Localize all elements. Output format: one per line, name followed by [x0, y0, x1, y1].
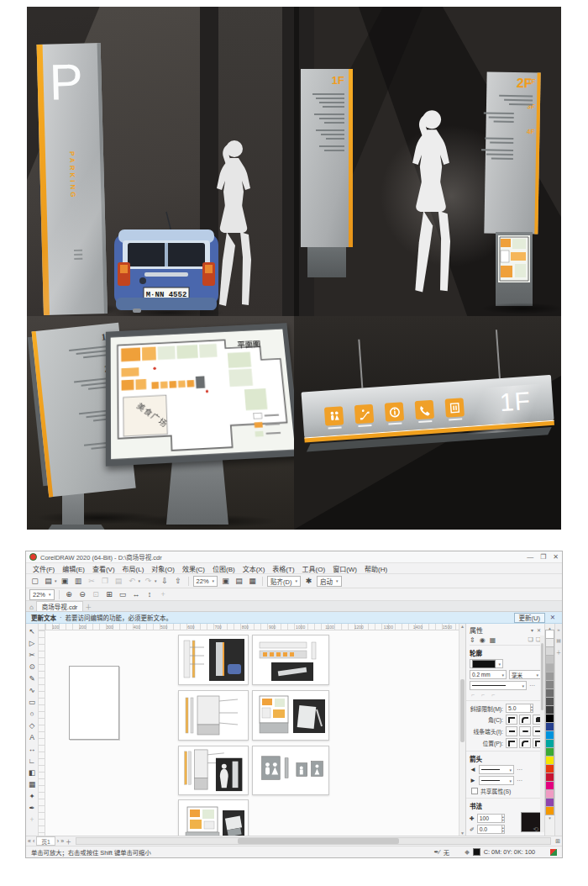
zoom-all-objects-icon[interactable]: ⊞ [104, 589, 115, 600]
minimize-button[interactable]: — [527, 553, 533, 561]
zoom-width-icon[interactable]: ↔ [131, 589, 142, 600]
next-page-button[interactable]: › [57, 838, 59, 844]
dropdown-caret-icon[interactable]: ▾ [155, 578, 157, 583]
line-style-more-button[interactable]: ⋯ [529, 683, 536, 689]
zoom-height-icon[interactable]: ↕ [144, 589, 155, 600]
start-arrowhead-more-button[interactable]: ⋯ [517, 767, 523, 773]
drawing-canvas[interactable] [45, 630, 459, 836]
round-corner-button[interactable] [519, 715, 531, 725]
menu-view[interactable]: 查看(V) [92, 564, 115, 573]
menu-bitmaps[interactable]: 位图(B) [213, 564, 235, 573]
menu-help[interactable]: 帮助(H) [365, 564, 387, 573]
zoom-out-icon[interactable]: ⊖ [77, 589, 88, 600]
angle-spinner[interactable]: 0.0▴▾ [477, 825, 505, 834]
dropdown-caret-icon[interactable]: ▾ [139, 578, 141, 583]
new-tab-button[interactable]: ＋ [83, 602, 93, 611]
mesh-fill-tool[interactable]: ▦ [27, 778, 38, 790]
interactive-fill-tool[interactable]: ◧ [27, 767, 38, 778]
cut-icon[interactable]: ✂ [87, 576, 97, 587]
menu-table[interactable]: 表格(T) [272, 564, 294, 573]
pick-tool[interactable]: ↖ [27, 625, 38, 637]
butt-cap-button[interactable] [506, 726, 517, 736]
first-page-button[interactable]: « [28, 838, 31, 844]
page-thumbnail[interactable] [178, 690, 249, 741]
redo-icon[interactable]: ↷ [143, 576, 154, 587]
line-style-select[interactable]: ▾ [470, 681, 527, 690]
outline-color-picker[interactable]: ▾ [470, 659, 503, 668]
last-page-button[interactable]: » [60, 838, 64, 844]
zoom-in-icon[interactable]: ⊕ [64, 589, 75, 600]
menu-effects[interactable]: 效果(C) [182, 564, 205, 573]
menu-tools[interactable]: 工具(O) [302, 564, 326, 573]
menu-text[interactable]: 文本(X) [243, 564, 265, 573]
menu-object[interactable]: 对象(O) [151, 564, 175, 573]
previous-page-button[interactable]: ‹ [33, 838, 34, 844]
import-icon[interactable]: ⇩ [160, 576, 171, 587]
vertical-ruler[interactable] [39, 630, 45, 836]
stretch-spinner[interactable]: 100▴▾ [477, 814, 505, 823]
fill-tab-icon[interactable]: ◉ [480, 636, 486, 644]
horizontal-ruler[interactable]: 1002003004005006007008009001000110012001… [45, 624, 459, 630]
page-thumbnail[interactable] [252, 746, 329, 795]
color-swatch[interactable] [545, 806, 554, 815]
launch-combo[interactable]: 启动▾ [317, 576, 342, 587]
shape-tool[interactable]: ▷ [27, 637, 38, 649]
menu-file[interactable]: 文件(F) [33, 564, 55, 573]
end-arrowhead-more-button[interactable]: ⋯ [517, 778, 523, 784]
docker-scrollbar[interactable] [540, 635, 544, 832]
float-docker-icon[interactable]: ❏ [528, 636, 533, 643]
zoom-level-combo[interactable]: 22%▾ [193, 576, 218, 587]
title-bar[interactable]: CorelDRAW 2020 (64-Bit) - D:\商场导视.cdr — … [26, 551, 562, 563]
freehand-tool[interactable]: ✎ [27, 672, 38, 684]
share-attributes-checkbox[interactable] [471, 788, 478, 794]
outline-width-select[interactable]: 0.2 mm▾ [470, 670, 507, 679]
page-thumbnail[interactable] [252, 635, 329, 685]
dropdown-caret-icon[interactable]: ▾ [55, 578, 57, 583]
connector-tool[interactable]: ∟ [27, 755, 38, 767]
add-tools-icon[interactable]: + [27, 814, 38, 825]
page-thumbnail[interactable] [252, 690, 329, 741]
color-proof-icon[interactable] [550, 849, 557, 856]
export-icon[interactable]: ⇧ [173, 576, 184, 587]
zoom-level-combo[interactable]: 22%▾ [29, 589, 55, 600]
palette-scroll-down-icon[interactable]: ▾ [549, 815, 551, 820]
menu-window[interactable]: 窗口(W) [333, 564, 357, 573]
save-icon[interactable]: ▣ [60, 576, 71, 587]
page-thumbnail[interactable] [178, 746, 249, 795]
reset-icon[interactable]: ⟲ [533, 825, 538, 833]
docker-close-icon[interactable]: ✕ [537, 627, 541, 633]
document-page[interactable] [69, 666, 119, 740]
centered-position-button[interactable] [519, 738, 531, 748]
outline-units-select[interactable]: 毫米▾ [509, 670, 541, 679]
outline-pen-tool[interactable]: ✒ [27, 802, 38, 814]
show-rulers-icon[interactable]: ▤ [234, 576, 244, 587]
round-cap-button[interactable] [519, 726, 531, 736]
ellipse-tool[interactable]: ○ [27, 708, 38, 720]
document-tab[interactable]: 商场导视.cdr [36, 601, 84, 611]
start-arrowhead-select[interactable]: ▾ [479, 765, 514, 774]
page-thumbnail[interactable] [178, 635, 249, 685]
add-docker-icon[interactable]: ＋ [556, 648, 561, 656]
undo-icon[interactable]: ↶ [127, 576, 138, 587]
canvas-vertical-scrollbar[interactable]: ▲▼ [459, 624, 465, 836]
close-button[interactable]: ✕ [553, 553, 559, 561]
artistic-media-tool[interactable]: ∿ [27, 684, 38, 696]
dimension-tool[interactable]: ↔ [27, 743, 38, 755]
outline-tab-icon[interactable]: ⇕ [470, 636, 475, 644]
rectangle-tool[interactable]: ▭ [27, 696, 38, 708]
crop-tool[interactable]: ✂ [27, 649, 38, 661]
close-notification-icon[interactable]: ✕ [549, 614, 557, 621]
print-icon[interactable]: ▥ [73, 576, 84, 587]
menu-edit[interactable]: 编辑(E) [62, 564, 85, 573]
menu-layout[interactable]: 布局(L) [123, 564, 144, 573]
open-icon[interactable]: ▤ [43, 576, 54, 587]
update-button[interactable]: 更新(U) [514, 613, 545, 623]
page-tab[interactable]: 页1 [36, 836, 55, 846]
properties-docker-tab-icon[interactable]: ▤ [556, 637, 561, 643]
restore-button[interactable]: ❐ [540, 553, 546, 561]
transparency-tab-icon[interactable]: ▦ [490, 636, 496, 644]
show-grid-icon[interactable]: ▦ [247, 576, 258, 587]
docker-collapse-icon[interactable]: ▾ [531, 627, 533, 633]
expand-dockers-icon[interactable]: » [557, 627, 559, 632]
eyedropper-tool[interactable]: ✦ [27, 790, 38, 802]
